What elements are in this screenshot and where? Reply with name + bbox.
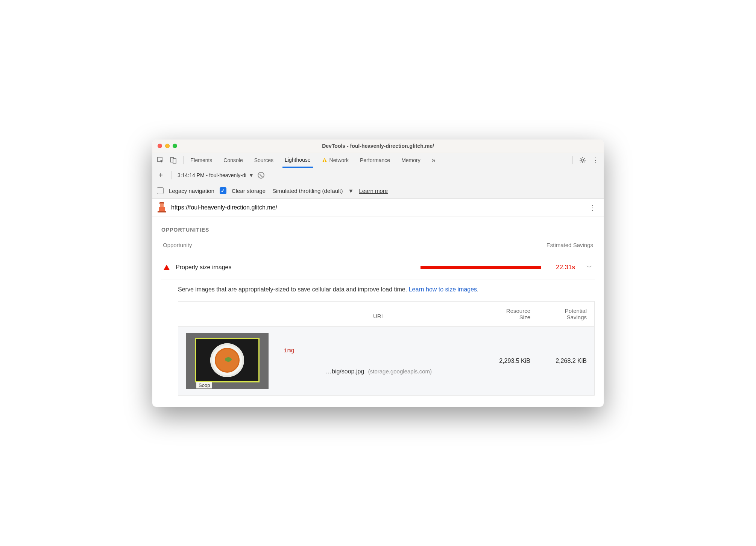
resource-size-cell: 2,293.5 KiB (478, 358, 530, 364)
clear-button[interactable] (258, 172, 264, 179)
opportunities-column-headers: Opportunity Estimated Savings (161, 242, 595, 248)
element-tag: img (284, 344, 295, 354)
report-content: OPPORTUNITIES Opportunity Estimated Savi… (152, 217, 604, 407)
settings-icon[interactable] (577, 155, 588, 165)
tab-overflow[interactable]: » (430, 153, 438, 168)
svg-rect-4 (324, 161, 325, 162)
col-potential-savings-header: PotentialSavings (530, 308, 587, 320)
tab-performance[interactable]: Performance (358, 153, 392, 168)
legacy-nav-checkbox[interactable] (157, 187, 164, 194)
divider (183, 156, 184, 164)
tab-sources[interactable]: Sources (252, 153, 276, 168)
clear-storage-label: Clear storage (232, 188, 266, 194)
svg-point-5 (581, 159, 584, 161)
titlebar: DevTools - foul-heavenly-direction.glitc… (152, 140, 604, 153)
more-menu-icon[interactable]: ⋮ (590, 155, 601, 165)
savings-bar (421, 266, 541, 269)
fail-triangle-icon (164, 265, 170, 270)
device-toggle-icon[interactable] (168, 155, 179, 165)
audit-properly-size-images[interactable]: Properly size images 22.31s ﹀ (161, 256, 595, 279)
clear-storage-checkbox[interactable] (220, 187, 226, 194)
col-opportunity-label: Opportunity (163, 242, 192, 248)
throttling-dropdown-icon[interactable]: ▼ (348, 188, 354, 194)
inspect-icon[interactable] (155, 155, 166, 165)
warning-icon (322, 158, 327, 163)
history-selected-label: 3:14:14 PM - foul-heavenly-di (178, 172, 246, 178)
table-header-row: URL ResourceSize PotentialSavings (178, 302, 594, 326)
audit-details-table: URL ResourceSize PotentialSavings Soop (178, 301, 595, 396)
url-path[interactable]: …big/soop.jpg (326, 368, 364, 375)
audit-description-text: Serve images that are appropriately-size… (178, 286, 409, 293)
image-thumbnail[interactable]: Soop (186, 333, 269, 389)
thumbnail-caption: Soop (196, 382, 212, 388)
devtools-window: DevTools - foul-heavenly-direction.glitc… (152, 140, 604, 407)
svg-rect-2 (173, 159, 176, 163)
chevron-up-icon[interactable]: ﹀ (586, 264, 592, 271)
report-url-bar: https://foul-heavenly-direction.glitch.m… (152, 199, 604, 217)
throttling-label: Simulated throttling (default) (272, 188, 343, 194)
tab-memory[interactable]: Memory (399, 153, 423, 168)
report-menu-icon[interactable]: ⋮ (586, 203, 598, 212)
legacy-nav-label: Legacy navigation (169, 188, 214, 194)
potential-savings-cell: 2,268.2 KiB (530, 358, 587, 364)
new-report-button[interactable]: + (156, 171, 165, 180)
col-savings-label: Estimated Savings (547, 242, 593, 248)
lighthouse-icon (158, 203, 166, 212)
main-tabs-bar: Elements Console Sources Lighthouse Netw… (152, 153, 604, 168)
section-opportunities-header: OPPORTUNITIES (161, 227, 595, 233)
tab-console[interactable]: Console (221, 153, 245, 168)
audit-savings-value: 22.31s (556, 264, 575, 271)
tab-lighthouse[interactable]: Lighthouse (282, 153, 313, 168)
url-cell: img …big/soop.jpg (storage.googleapis.co… (280, 347, 478, 375)
report-history-dropdown[interactable]: 3:14:14 PM - foul-heavenly-di ▼ (178, 172, 254, 178)
audit-title: Properly size images (176, 264, 232, 271)
audit-description: Serve images that are appropriately-size… (161, 279, 595, 301)
dropdown-caret-icon: ▼ (249, 172, 254, 178)
clear-icon (258, 172, 264, 179)
tab-network[interactable]: Network (320, 153, 351, 168)
divider (572, 156, 573, 164)
url-host: (storage.googleapis.com) (368, 368, 432, 375)
window-title: DevTools - foul-heavenly-direction.glitc… (152, 143, 604, 149)
lighthouse-history-bar: + 3:14:14 PM - foul-heavenly-di ▼ (152, 168, 604, 183)
audited-url: https://foul-heavenly-direction.glitch.m… (171, 204, 277, 211)
learn-more-link[interactable]: Learn more (359, 188, 388, 194)
col-resource-size-header: ResourceSize (478, 308, 530, 320)
learn-size-images-link[interactable]: Learn how to size images (409, 286, 477, 293)
col-url-header: URL (280, 308, 478, 320)
svg-rect-3 (324, 159, 325, 161)
table-row: Soop img …big/soop.jpg (storage.googleap… (178, 326, 594, 395)
panel-tabs: Elements Console Sources Lighthouse Netw… (188, 153, 438, 168)
divider (171, 171, 172, 179)
lighthouse-options-bar: Legacy navigation Clear storage Simulate… (152, 183, 604, 199)
tab-elements[interactable]: Elements (188, 153, 214, 168)
